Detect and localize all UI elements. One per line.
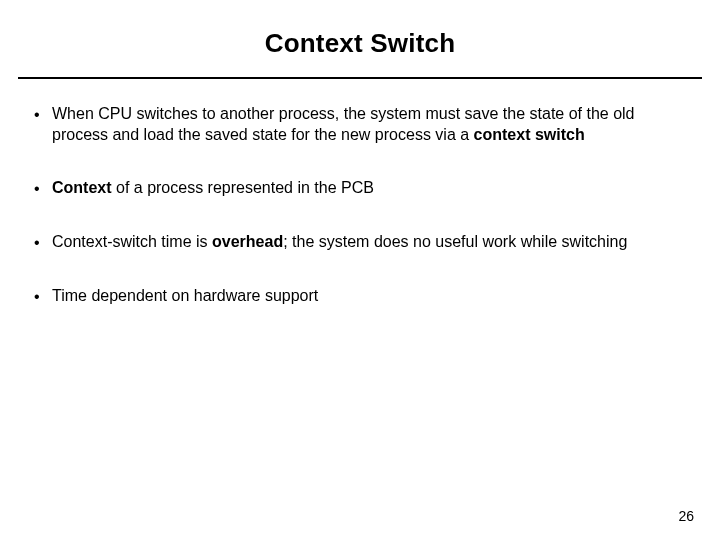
list-item: • When CPU switches to another process, … xyxy=(34,103,686,145)
title-area: Context Switch xyxy=(0,0,720,77)
text-run-bold: Context xyxy=(52,179,112,196)
text-run: Context-switch time is xyxy=(52,233,212,250)
bullet-list: • When CPU switches to another process, … xyxy=(34,103,686,308)
bullet-text: Context of a process represented in the … xyxy=(52,177,686,198)
bullet-text: Time dependent on hardware support xyxy=(52,285,686,306)
text-run: ; the system does no useful work while s… xyxy=(283,233,627,250)
list-item: • Context-switch time is overhead; the s… xyxy=(34,231,686,253)
slide: Context Switch • When CPU switches to an… xyxy=(0,0,720,540)
list-item: • Context of a process represented in th… xyxy=(34,177,686,199)
bullet-dot-icon: • xyxy=(34,285,52,307)
page-number: 26 xyxy=(678,508,694,524)
text-run: of a process represented in the PCB xyxy=(112,179,374,196)
text-run-bold: context switch xyxy=(474,126,585,143)
bullet-dot-icon: • xyxy=(34,103,52,125)
text-run-bold: overhead xyxy=(212,233,283,250)
bullet-dot-icon: • xyxy=(34,231,52,253)
slide-body: • When CPU switches to another process, … xyxy=(0,79,720,308)
bullet-text: Context-switch time is overhead; the sys… xyxy=(52,231,686,252)
slide-title: Context Switch xyxy=(0,28,720,59)
bullet-dot-icon: • xyxy=(34,177,52,199)
bullet-text: When CPU switches to another process, th… xyxy=(52,103,686,145)
list-item: • Time dependent on hardware support xyxy=(34,285,686,307)
